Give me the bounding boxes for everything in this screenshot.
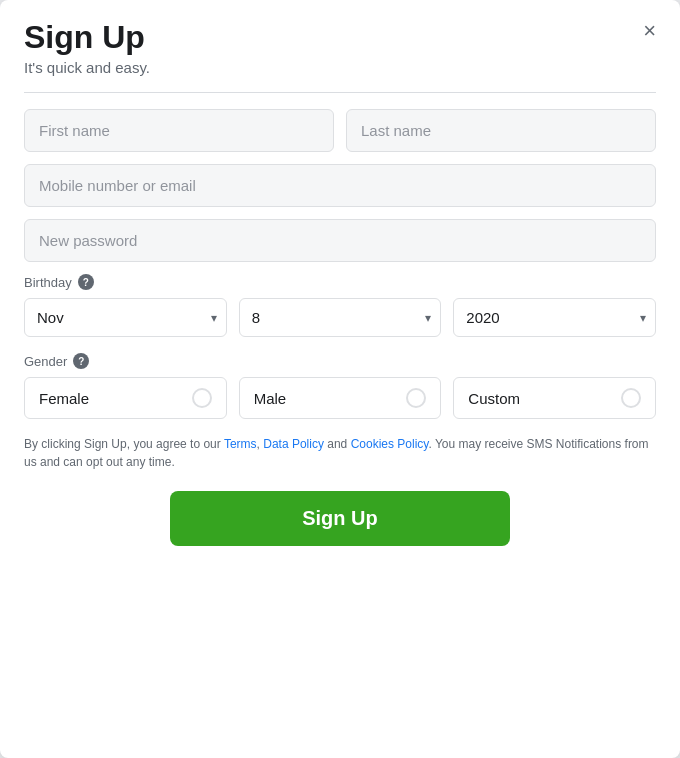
gender-label-text: Gender [24, 354, 67, 369]
modal-header: Sign Up It's quick and easy. [24, 20, 656, 93]
terms-link[interactable]: Terms [224, 437, 257, 451]
gender-male-radio[interactable] [406, 388, 426, 408]
last-name-input[interactable] [346, 109, 656, 152]
modal-title: Sign Up [24, 20, 656, 55]
gender-label-row: Gender ? [24, 353, 656, 369]
day-select-wrapper: 12345 678910 1112131415 1617181920 21222… [239, 298, 442, 337]
gender-custom-label: Custom [468, 390, 520, 407]
birthday-help-icon[interactable]: ? [78, 274, 94, 290]
password-input[interactable] [24, 219, 656, 262]
mobile-email-field [24, 164, 656, 207]
signup-button[interactable]: Sign Up [170, 491, 510, 546]
gender-male-option[interactable]: Male [239, 377, 442, 419]
name-row [24, 109, 656, 152]
gender-options-row: Female Male Custom [24, 377, 656, 419]
password-field [24, 219, 656, 262]
signup-modal: × Sign Up It's quick and easy. Birthday … [0, 0, 680, 758]
month-select[interactable]: JanFebMarApr MayJunJulAug SepOctNovDec [24, 298, 227, 337]
terms-before: By clicking Sign Up, you agree to our [24, 437, 224, 451]
birthday-label-row: Birthday ? [24, 274, 656, 290]
birthday-label-text: Birthday [24, 275, 72, 290]
last-name-field [346, 109, 656, 152]
first-name-input[interactable] [24, 109, 334, 152]
modal-subtitle: It's quick and easy. [24, 59, 656, 76]
mobile-email-input[interactable] [24, 164, 656, 207]
first-name-field [24, 109, 334, 152]
gender-female-label: Female [39, 390, 89, 407]
password-row [24, 219, 656, 262]
month-select-wrapper: JanFebMarApr MayJunJulAug SepOctNovDec ▾ [24, 298, 227, 337]
gender-female-radio[interactable] [192, 388, 212, 408]
birthday-selects-row: JanFebMarApr MayJunJulAug SepOctNovDec ▾… [24, 298, 656, 337]
gender-custom-radio[interactable] [621, 388, 641, 408]
gender-custom-option[interactable]: Custom [453, 377, 656, 419]
terms-and2: and [324, 437, 351, 451]
gender-male-label: Male [254, 390, 287, 407]
cookies-policy-link[interactable]: Cookies Policy [351, 437, 429, 451]
data-policy-link[interactable]: Data Policy [263, 437, 324, 451]
birthday-section: Birthday ? JanFebMarApr MayJunJulAug Sep… [24, 274, 656, 337]
year-select[interactable]: 2020201920182017 2016201520142013 201220… [453, 298, 656, 337]
mobile-email-row [24, 164, 656, 207]
gender-help-icon[interactable]: ? [73, 353, 89, 369]
gender-section: Gender ? Female Male Custom [24, 353, 656, 419]
gender-female-option[interactable]: Female [24, 377, 227, 419]
day-select[interactable]: 12345 678910 1112131415 1617181920 21222… [239, 298, 442, 337]
terms-text: By clicking Sign Up, you agree to our Te… [24, 435, 656, 471]
close-button[interactable]: × [639, 16, 660, 46]
year-select-wrapper: 2020201920182017 2016201520142013 201220… [453, 298, 656, 337]
